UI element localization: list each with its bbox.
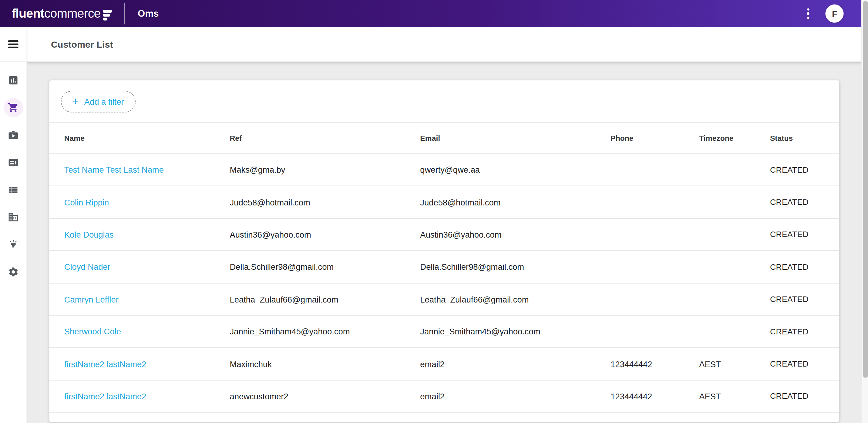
customer-status: CREATED [770, 392, 824, 400]
briefcase-play-icon [8, 129, 19, 141]
customer-ref: Della.Schiller98@gmail.com [229, 262, 420, 272]
gear-icon [8, 266, 19, 278]
table-row[interactable]: Kole Douglas Austin36@yahoo.com Austin36… [49, 219, 839, 251]
customer-ref: Jude58@hotmail.com [229, 198, 420, 207]
page-title: Customer List [51, 39, 113, 50]
customer-status: CREATED [770, 263, 824, 271]
customer-ref: Maximchuk [229, 359, 420, 369]
column-header-timezone: Timezone [699, 134, 770, 142]
customer-timezone: AEST [699, 359, 770, 369]
customer-name-link[interactable]: Cloyd Nader [64, 262, 230, 272]
customer-timezone: AEST [699, 391, 770, 401]
customer-email: email2 [420, 359, 611, 369]
overflow-menu-icon[interactable] [805, 6, 812, 21]
sidebar-item-locations[interactable] [0, 204, 27, 231]
customer-email: Austin36@yahoo.com [420, 230, 611, 239]
user-avatar[interactable]: F [825, 5, 843, 23]
column-header-name: Name [64, 134, 230, 142]
customer-status: CREATED [770, 360, 824, 368]
customer-email: qwerty@qwe.aa [420, 165, 611, 175]
table-row[interactable]: Test Name Test Last Name Maks@gma.by qwe… [49, 154, 839, 186]
sidebar-item-terminal[interactable] [0, 149, 27, 176]
sidebar-item-settings[interactable] [0, 258, 27, 285]
fluent-commerce-logo: fluentcommerce [11, 6, 112, 21]
page-header-bar: Customer List [27, 27, 868, 62]
logo-bars-icon [103, 10, 112, 20]
sidebar-item-torch[interactable] [0, 231, 27, 258]
customer-email: Jude58@hotmail.com [420, 198, 611, 207]
table-body: Test Name Test Last Name Maks@gma.by qwe… [49, 154, 839, 413]
table-header-row: Name Ref Email Phone Timezone Status [49, 123, 839, 154]
list-icon [8, 184, 19, 195]
topbar-divider [124, 3, 124, 24]
customer-email: Leatha_Zulauf66@gmail.com [420, 295, 611, 304]
sidebar-item-customers[interactable] [0, 94, 27, 121]
bar-chart-icon [8, 74, 19, 86]
table-row[interactable]: Camryn Leffler Leatha_Zulauf66@gmail.com… [49, 283, 839, 316]
customer-status: CREATED [770, 327, 824, 336]
customer-email: Jannie_Smitham45@yahoo.com [420, 327, 611, 336]
vertical-scrollbar[interactable] [861, 0, 868, 423]
main-content: + Add a filter Name Ref Email Phone Time… [27, 62, 868, 423]
table-row[interactable]: firstName2 lastName2 Maximchuk email2 12… [49, 348, 839, 381]
menu-icon[interactable] [8, 39, 19, 50]
customer-ref: Leatha_Zulauf66@gmail.com [229, 295, 420, 304]
app-name: Oms [138, 8, 159, 19]
shopping-cart-icon [8, 102, 19, 113]
column-header-ref: Ref [229, 134, 420, 142]
customer-status: CREATED [770, 165, 824, 174]
customer-email: email2 [420, 391, 611, 401]
customer-ref: Maks@gma.by [229, 165, 420, 175]
add-filter-button[interactable]: + Add a filter [61, 90, 135, 112]
customer-status: CREATED [770, 230, 824, 239]
layout-card-icon [8, 157, 19, 168]
column-header-email: Email [420, 134, 611, 142]
customer-name-link[interactable]: Camryn Leffler [64, 295, 230, 304]
customer-phone: 123444442 [611, 391, 699, 401]
sidebar [0, 27, 27, 423]
sidebar-item-lists[interactable] [0, 176, 27, 203]
torch-icon [8, 239, 19, 250]
active-item-highlight [4, 98, 23, 117]
customer-status: CREATED [770, 295, 824, 303]
customer-name-link[interactable]: Kole Douglas [64, 230, 230, 239]
column-header-status: Status [770, 134, 824, 142]
filter-bar: + Add a filter [49, 81, 839, 123]
top-app-bar: fluentcommerce Oms F [0, 0, 868, 27]
customer-name-link[interactable]: firstName2 lastName2 [64, 359, 230, 369]
customer-name-link[interactable]: Test Name Test Last Name [64, 165, 230, 175]
plus-icon: + [72, 96, 79, 107]
sidebar-nav [0, 62, 27, 285]
customer-ref: anewcustomer2 [229, 391, 420, 401]
customer-status: CREATED [770, 198, 824, 207]
customer-name-link[interactable]: Sherwood Cole [64, 327, 230, 336]
app-window: fluentcommerce Oms F [0, 0, 868, 423]
customer-ref: Austin36@yahoo.com [229, 230, 420, 239]
customer-list-card: + Add a filter Name Ref Email Phone Time… [49, 81, 839, 422]
logo-text-primary: fluent [11, 6, 44, 21]
customer-name-link[interactable]: Colin Rippin [64, 198, 230, 207]
building-icon [8, 212, 19, 223]
sidebar-item-analytics[interactable] [0, 66, 27, 94]
add-filter-label: Add a filter [84, 97, 124, 106]
column-header-phone: Phone [611, 134, 699, 142]
table-row[interactable]: firstName2 lastName2 anewcustomer2 email… [49, 380, 839, 413]
customer-phone: 123444442 [611, 359, 699, 369]
table-row[interactable]: Cloyd Nader Della.Schiller98@gmail.com D… [49, 251, 839, 283]
customer-email: Della.Schiller98@gmail.com [420, 262, 611, 272]
scrollbar-thumb[interactable] [863, 1, 868, 378]
customer-name-link[interactable]: firstName2 lastName2 [64, 391, 230, 401]
table-row[interactable]: Sherwood Cole Jannie_Smitham45@yahoo.com… [49, 315, 839, 348]
sidebar-item-workflows[interactable] [0, 121, 27, 149]
customer-ref: Jannie_Smitham45@yahoo.com [229, 327, 420, 336]
logo-text-secondary: commerce [44, 6, 101, 21]
table-row[interactable]: Colin Rippin Jude58@hotmail.com Jude58@h… [49, 186, 839, 219]
